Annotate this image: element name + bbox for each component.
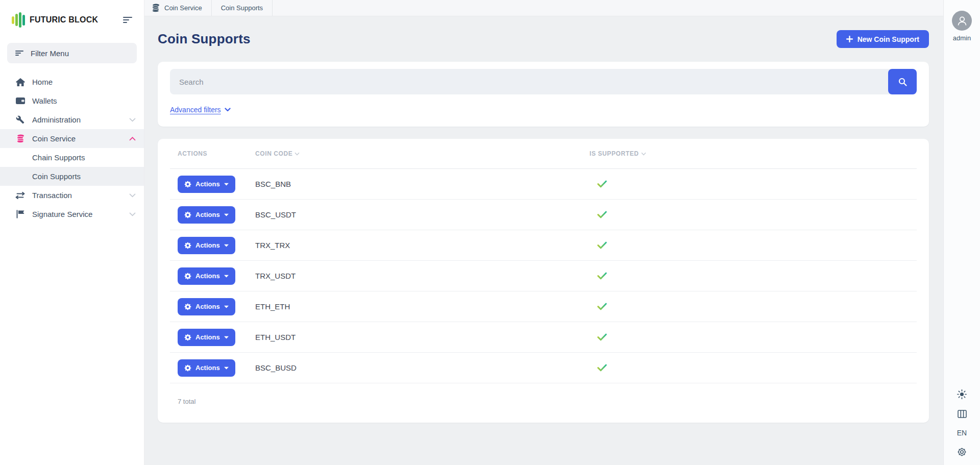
column-header-actions: Actions	[170, 150, 255, 157]
actions-cell: Actions	[170, 359, 255, 377]
filter-menu-button[interactable]: Filter Menu	[7, 43, 137, 63]
is-supported-cell	[590, 211, 917, 218]
table-row-trx-trx: ActionsTRX_TRX	[170, 230, 917, 261]
check-icon	[597, 211, 917, 218]
sidebar-nav: HomeWalletsAdministrationCoin ServiceCha…	[0, 72, 144, 224]
gear-white-icon	[184, 303, 191, 310]
advanced-filters-link[interactable]: Advanced filters	[170, 106, 231, 114]
coin-code-cell: BSC_USDT	[255, 210, 590, 219]
gear-white-icon	[184, 242, 191, 249]
page-title: Coin Supports	[158, 31, 251, 47]
sidebar-item-label: Home	[32, 78, 53, 86]
check-icon	[597, 333, 917, 341]
language-selector[interactable]: EN	[957, 429, 967, 437]
sidebar-item-home[interactable]: Home	[0, 72, 144, 91]
tab-coin-supports[interactable]: Coin Supports	[212, 0, 273, 16]
actions-cell: Actions	[170, 267, 255, 285]
sidebar-toggle-icon[interactable]	[122, 16, 133, 23]
coin-code-cell: TRX_USDT	[255, 272, 590, 280]
sidebar-item-wallets[interactable]: Wallets	[0, 91, 144, 110]
chevron-down-gray-icon	[129, 212, 136, 216]
is-supported-cell	[590, 272, 917, 280]
sidebar-item-administration[interactable]: Administration	[0, 110, 144, 129]
table-row-bsc-busd: ActionsBSC_BUSD	[170, 353, 917, 383]
actions-button-bsc-bnb[interactable]: Actions	[178, 176, 235, 193]
actions-cell: Actions	[170, 329, 255, 346]
table-row-eth-eth: ActionsETH_ETH	[170, 291, 917, 322]
new-coin-support-button[interactable]: New Coin Support	[837, 30, 929, 48]
transfer-icon	[15, 192, 25, 199]
rail-bottom-icons: EN	[957, 389, 967, 457]
right-rail: admin EN	[943, 0, 980, 465]
user-icon	[955, 14, 969, 28]
avatar[interactable]	[952, 11, 972, 31]
is-supported-cell	[590, 364, 917, 372]
sidebar-item-transaction[interactable]: Transaction	[0, 186, 144, 205]
table-header-row: ActionsCoin CodeIs Supported	[170, 139, 917, 168]
sidebar-item-chain-supports[interactable]: Chain Supports	[0, 148, 144, 167]
table-body: ActionsBSC_BNBActionsBSC_USDTActionsTRX_…	[170, 169, 917, 383]
filter-menu-label: Filter Menu	[31, 49, 69, 58]
table-row-bsc-bnb: ActionsBSC_BNB	[170, 169, 917, 200]
columns-icon[interactable]	[957, 409, 967, 419]
caret-down-icon	[224, 183, 229, 186]
sidebar-item-coin-supports[interactable]: Coin Supports	[0, 167, 144, 186]
sidebar-item-signature-service[interactable]: Signature Service	[0, 205, 144, 224]
tab-label: Coin Service	[164, 4, 202, 12]
actions-button-eth-eth[interactable]: Actions	[178, 298, 235, 315]
caret-down-icon	[224, 366, 229, 370]
wrench-icon	[15, 115, 25, 124]
coin-code-cell: BSC_BUSD	[255, 363, 590, 372]
is-supported-cell	[590, 180, 917, 188]
brand-logo[interactable]: FUTURIC BLOCK	[11, 12, 98, 28]
coin-code-cell: BSC_BNB	[255, 180, 590, 188]
sidebar-item-label: Wallets	[32, 96, 57, 105]
column-header-is-supported[interactable]: Is Supported	[590, 150, 917, 157]
is-supported-cell	[590, 333, 917, 341]
gear-white-icon	[184, 364, 191, 372]
column-header-coin-code[interactable]: Coin Code	[255, 150, 590, 157]
actions-button-label: Actions	[195, 303, 220, 310]
sort-chevron-icon	[295, 152, 300, 156]
sidebar-item-coin-service[interactable]: Coin Service	[0, 129, 144, 148]
flag-icon	[15, 210, 25, 218]
sidebar-item-label: Coin Service	[32, 134, 76, 143]
actions-button-label: Actions	[195, 272, 220, 280]
actions-cell: Actions	[170, 176, 255, 193]
is-supported-cell	[590, 303, 917, 310]
brand-name: FUTURIC BLOCK	[30, 15, 98, 25]
search-card: Advanced filters	[158, 62, 929, 127]
gear-white-icon	[184, 211, 191, 218]
search-input[interactable]	[170, 69, 892, 94]
content: Coin Supports New Coin Support	[144, 16, 943, 465]
tab-label: Coin Supports	[221, 4, 263, 12]
check-icon	[597, 303, 917, 310]
search-icon	[898, 78, 907, 86]
actions-button-trx-usdt[interactable]: Actions	[178, 267, 235, 285]
futuric-block-logo-icon	[11, 12, 26, 28]
title-row: Coin Supports New Coin Support	[158, 30, 929, 48]
search-button[interactable]	[888, 69, 917, 94]
breadcrumb-tabbar: Coin ServiceCoin Supports	[144, 0, 943, 16]
filter-icon	[15, 50, 23, 56]
actions-button-bsc-busd[interactable]: Actions	[178, 359, 235, 377]
sort-chevron-icon	[641, 152, 646, 156]
check-icon	[597, 364, 917, 372]
actions-button-trx-trx[interactable]: Actions	[178, 237, 235, 254]
table-row-eth-usdt: ActionsETH_USDT	[170, 322, 917, 353]
caret-down-icon	[224, 305, 229, 308]
home-icon	[15, 78, 25, 86]
actions-button-label: Actions	[195, 333, 220, 341]
caret-down-icon	[224, 336, 229, 339]
gear-icon[interactable]	[957, 447, 967, 457]
actions-button-eth-usdt[interactable]: Actions	[178, 329, 235, 346]
coin-supports-table-card: ActionsCoin CodeIs Supported ActionsBSC_…	[158, 139, 929, 423]
tab-coin-service[interactable]: Coin Service	[144, 0, 212, 16]
brightness-icon[interactable]	[957, 389, 967, 399]
search-input-group	[170, 69, 917, 94]
coin-code-cell: ETH_USDT	[255, 333, 590, 341]
chevron-up-pink-icon	[129, 137, 136, 141]
coins-icon	[151, 4, 160, 12]
actions-button-bsc-usdt[interactable]: Actions	[178, 206, 235, 224]
caret-down-icon	[224, 275, 229, 278]
